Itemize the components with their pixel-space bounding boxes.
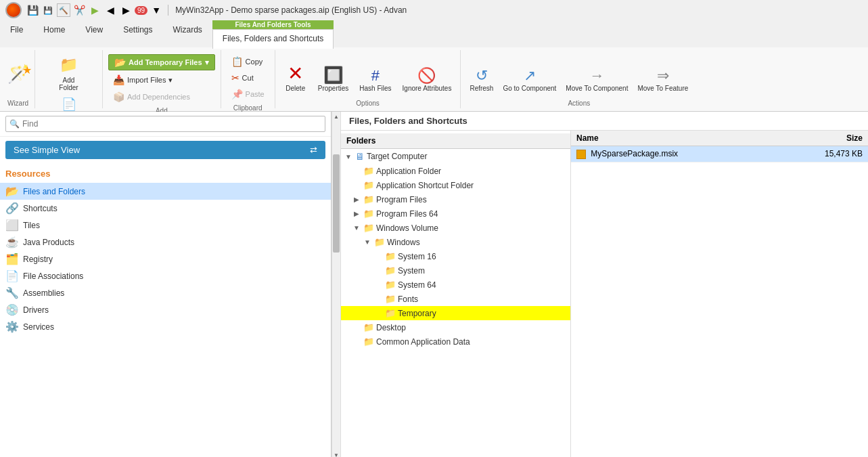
panel-title: Files, Folders and Shortcuts bbox=[341, 112, 868, 131]
folder-system-16[interactable]: 📁 System 16 bbox=[341, 249, 570, 263]
wizard-label: Wizard bbox=[7, 97, 28, 107]
folder-icon-winvol: 📁 bbox=[363, 223, 374, 233]
context-tab-container: Files And Folders Tools Files, Folders a… bbox=[212, 20, 334, 47]
app-title: MyWin32App - Demo sparse packages.aip (E… bbox=[175, 5, 407, 15]
tab-view[interactable]: View bbox=[75, 20, 113, 47]
resources-section: Resources bbox=[0, 163, 331, 183]
add-dependencies-btn[interactable]: 📦 Add Dependencies bbox=[108, 89, 195, 104]
sidebar-item-file-associations[interactable]: 📄 File Associations bbox=[0, 267, 331, 284]
dropdown-icon[interactable]: ▼ bbox=[150, 3, 163, 17]
folder-windows-volume[interactable]: ▼ 📁 Windows Volume bbox=[341, 221, 570, 235]
expand-pf64[interactable]: ▶ bbox=[352, 209, 361, 219]
folders-header: Folders bbox=[341, 133, 570, 149]
sidebar-item-java-products[interactable]: ☕ Java Products bbox=[0, 234, 331, 251]
title-bar: 💾 💾 🔨 ✂️ ▶ ◀ ▶ 99 ▼ MyWin32App - Demo sp… bbox=[0, 0, 868, 20]
folder-common-app-data[interactable]: 📁 Common Application Data bbox=[341, 334, 570, 349]
expand-sys16[interactable] bbox=[373, 252, 383, 261]
ribbon-group-wizard: 🪄 ★ Wizard bbox=[1, 50, 35, 108]
moveto-feature-btn[interactable]: ⇒ Move To Feature bbox=[634, 65, 691, 94]
scroll-down-btn[interactable]: ▼ bbox=[332, 450, 340, 457]
delete-btn[interactable]: ✕ Delete bbox=[281, 60, 311, 94]
expand-winvol[interactable]: ▼ bbox=[352, 223, 361, 233]
copy-btn[interactable]: 📋 Copy bbox=[227, 54, 268, 69]
folder-program-files[interactable]: ▶ 📁 Program Files bbox=[341, 192, 570, 206]
folder-system[interactable]: 📁 System bbox=[341, 263, 570, 278]
folder-desktop[interactable]: 📁 Desktop bbox=[341, 320, 570, 334]
expand-cad[interactable] bbox=[352, 337, 361, 347]
expand-app[interactable] bbox=[352, 167, 361, 176]
sidebar-item-shortcuts[interactable]: 🔗 Shortcuts bbox=[0, 200, 331, 217]
search-input[interactable] bbox=[5, 116, 325, 132]
folder-windows[interactable]: ▼ 📁 Windows bbox=[341, 235, 570, 249]
cut-btn[interactable]: ✂ Cut bbox=[227, 70, 258, 85]
import-files-btn[interactable]: 📥 Import Files ▾ bbox=[108, 72, 177, 87]
left-scrollbar[interactable]: ▲ ▼ bbox=[332, 112, 341, 457]
expand-sys64[interactable] bbox=[373, 280, 383, 290]
moveto-component-btn[interactable]: → Move To Component bbox=[562, 65, 631, 94]
expand-desktop[interactable] bbox=[352, 323, 361, 332]
save-icon[interactable]: 💾 bbox=[26, 3, 39, 17]
folder-program-files-64[interactable]: ▶ 📁 Program Files 64 bbox=[341, 206, 570, 221]
folder-fonts[interactable]: 📁 Fonts bbox=[341, 292, 570, 306]
folder-system-64[interactable]: 📁 System 64 bbox=[341, 278, 570, 292]
sidebar-item-tiles[interactable]: ⬜ Tiles bbox=[0, 217, 331, 234]
folder-icon-app: 📁 bbox=[363, 166, 374, 176]
context-label: Files And Folders Tools bbox=[212, 20, 334, 29]
panel-content: Folders ▼ 🖥 Target Computer 📁 Applicatio… bbox=[341, 131, 868, 457]
refresh-btn[interactable]: ↺ Refresh bbox=[466, 65, 497, 94]
folder-tree: Folders ▼ 🖥 Target Computer 📁 Applicatio… bbox=[341, 131, 571, 457]
paste-btn[interactable]: 📌 Paste bbox=[227, 87, 269, 102]
expand-fonts[interactable] bbox=[373, 295, 383, 304]
folder-app-folder[interactable]: 📁 Application Folder bbox=[341, 164, 570, 178]
properties-btn[interactable]: 🔲 Properties bbox=[315, 64, 352, 94]
search-icon: 🔍 bbox=[9, 119, 20, 129]
swap-icon: ⇄ bbox=[310, 145, 317, 155]
expand-sys[interactable] bbox=[373, 266, 383, 276]
scroll-up-btn[interactable]: ▲ bbox=[332, 112, 340, 121]
expand-pf[interactable]: ▶ bbox=[352, 195, 361, 204]
sidebar-item-assemblies[interactable]: 🔧 Assemblies bbox=[0, 284, 331, 301]
scroll-thumb bbox=[333, 154, 340, 253]
sidebar-item-registry[interactable]: 🗂️ Registry bbox=[0, 251, 331, 267]
folder-icon-cad: 📁 bbox=[363, 336, 374, 347]
tab-settings[interactable]: Settings bbox=[113, 20, 162, 47]
tab-file[interactable]: File bbox=[0, 20, 33, 47]
ribbon-group-new: 📁 AddFolder 📄 AddFiles ▾ New bbox=[35, 50, 103, 108]
tab-wizards[interactable]: Wizards bbox=[163, 20, 212, 47]
cut-tb-icon[interactable]: ✂️ bbox=[72, 3, 86, 17]
ribbon: 🪄 ★ Wizard 📁 AddFolder 📄 AddFiles ▾ New … bbox=[0, 47, 868, 112]
folder-icon-win: 📁 bbox=[374, 237, 385, 247]
sidebar-item-services[interactable]: ⚙️ Services bbox=[0, 318, 331, 335]
size-column-header: Size bbox=[778, 131, 868, 146]
see-simple-view-btn[interactable]: See Simple View ⇄ bbox=[5, 141, 325, 159]
expand-shortcut[interactable] bbox=[352, 181, 361, 190]
add-folder-btn[interactable]: 📁 AddFolder bbox=[53, 54, 85, 93]
ignore-attributes-btn[interactable]: 🚫 Ignore Attributes bbox=[399, 65, 455, 94]
scroll-track-area bbox=[332, 121, 340, 450]
tab-home[interactable]: Home bbox=[33, 20, 75, 47]
forward-icon[interactable]: ▶ bbox=[119, 3, 133, 17]
table-row[interactable]: MySparsePackage.msix 15,473 KB bbox=[571, 146, 868, 162]
folder-app-shortcut[interactable]: 📁 Application Shortcut Folder bbox=[341, 178, 570, 192]
sidebar-item-drivers[interactable]: 💿 Drivers bbox=[0, 301, 331, 318]
expand-win[interactable]: ▼ bbox=[363, 238, 372, 247]
expand-temp[interactable] bbox=[373, 309, 383, 318]
notification-badge: 99 bbox=[135, 6, 147, 15]
folder-icon-sys16: 📁 bbox=[385, 251, 396, 261]
build-icon[interactable]: 🔨 bbox=[57, 3, 70, 17]
folder-temporary[interactable]: 📁 Temporary bbox=[341, 306, 570, 320]
app-logo bbox=[5, 2, 22, 18]
expand-target[interactable]: ▼ bbox=[344, 152, 353, 161]
separator bbox=[168, 5, 168, 16]
folder-icon-sys: 📁 bbox=[385, 265, 396, 276]
back-icon[interactable]: ◀ bbox=[104, 3, 117, 17]
computer-icon: 🖥 bbox=[355, 151, 365, 162]
hash-files-btn[interactable]: # Hash Files bbox=[356, 65, 394, 94]
sidebar-item-files-folders[interactable]: 📂 Files and Folders bbox=[0, 183, 331, 200]
run-icon[interactable]: ▶ bbox=[88, 3, 101, 17]
goto-component-btn[interactable]: ↗ Go to Component bbox=[499, 65, 559, 94]
tab-files-folders[interactable]: Files, Folders and Shortcuts bbox=[212, 29, 334, 49]
save-as-icon[interactable]: 💾 bbox=[41, 3, 55, 17]
add-temporary-files-btn[interactable]: 📂 Add Temporary Files ▾ bbox=[108, 54, 215, 70]
folder-target-computer[interactable]: ▼ 🖥 Target Computer bbox=[341, 149, 570, 164]
